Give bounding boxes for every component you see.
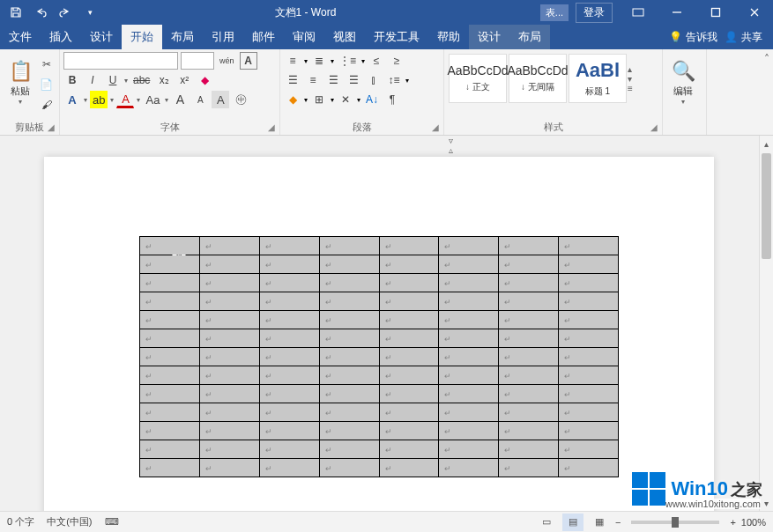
- print-layout-icon[interactable]: ▤: [562, 514, 583, 531]
- table-cell[interactable]: [559, 237, 619, 255]
- borders-icon[interactable]: ⊞: [310, 91, 328, 108]
- table-cell[interactable]: [439, 329, 499, 348]
- page-canvas[interactable]: ✥: [0, 136, 759, 511]
- table-cell[interactable]: [379, 292, 439, 311]
- table-cell[interactable]: [559, 422, 619, 440]
- table-cell[interactable]: [499, 403, 559, 422]
- align-left-icon[interactable]: ☰: [284, 71, 301, 89]
- accessibility-icon[interactable]: ⌨: [105, 516, 119, 528]
- font-size-selector[interactable]: [181, 52, 214, 70]
- table-cell[interactable]: [559, 348, 619, 366]
- table-cell[interactable]: [499, 440, 559, 459]
- tab-file[interactable]: 文件: [0, 25, 41, 49]
- table-cell[interactable]: [199, 403, 259, 422]
- style-tile[interactable]: AaBl标题 1: [569, 54, 627, 103]
- undo-icon[interactable]: [33, 5, 48, 19]
- tab-developer[interactable]: 开发工具: [365, 25, 428, 49]
- table-cell[interactable]: [559, 255, 619, 274]
- table-cell[interactable]: [559, 440, 619, 459]
- table-cell[interactable]: [199, 311, 259, 329]
- table-cell[interactable]: [439, 274, 499, 292]
- table-cell[interactable]: [439, 311, 499, 329]
- table-cell[interactable]: [259, 366, 319, 385]
- table-cell[interactable]: [259, 385, 319, 403]
- tab-insert[interactable]: 插入: [41, 25, 81, 49]
- table-cell[interactable]: [499, 385, 559, 403]
- tell-me-search[interactable]: 💡告诉我: [669, 30, 717, 45]
- save-icon[interactable]: [9, 5, 23, 19]
- table-cell[interactable]: [559, 403, 619, 422]
- table-cell[interactable]: [499, 292, 559, 311]
- clear-formatting-icon[interactable]: ◆: [196, 71, 213, 89]
- vertical-scrollbar[interactable]: ▴ ▾: [759, 136, 773, 511]
- table-cell[interactable]: [199, 385, 259, 403]
- table-cell[interactable]: [199, 440, 259, 459]
- zoom-percent[interactable]: 100%: [741, 517, 766, 528]
- table-cell[interactable]: [319, 459, 379, 477]
- change-case-icon[interactable]: Aa: [143, 91, 162, 108]
- table-cell[interactable]: [439, 403, 499, 422]
- table-cell[interactable]: [379, 403, 439, 422]
- table-cell[interactable]: [439, 385, 499, 403]
- zoom-out-icon[interactable]: −: [615, 517, 621, 528]
- style-tile[interactable]: AaBbCcDd↓ 无间隔: [509, 54, 567, 103]
- find-replace-button[interactable]: 🔍 编辑 ▾: [666, 52, 700, 114]
- zoom-in-icon[interactable]: +: [730, 517, 735, 528]
- table-cell[interactable]: [140, 274, 200, 292]
- table-cell[interactable]: [199, 348, 259, 366]
- table-cell[interactable]: [379, 459, 439, 477]
- maximize-icon[interactable]: [697, 0, 734, 25]
- table-cell[interactable]: [140, 440, 200, 459]
- table-cell[interactable]: [439, 348, 499, 366]
- tab-mailings[interactable]: 邮件: [243, 25, 284, 49]
- table-cell[interactable]: [379, 385, 439, 403]
- table-cell[interactable]: [499, 237, 559, 255]
- table-cell[interactable]: [259, 329, 319, 348]
- table-cell[interactable]: [199, 292, 259, 311]
- table-cell[interactable]: [259, 459, 319, 477]
- table-cell[interactable]: [259, 422, 319, 440]
- char-border-icon[interactable]: A: [240, 52, 257, 70]
- tab-table-design[interactable]: 设计: [469, 25, 509, 49]
- table-cell[interactable]: [140, 255, 200, 274]
- font-launcher-icon[interactable]: ◢: [265, 121, 278, 133]
- table-cell[interactable]: [199, 237, 259, 255]
- table-cell[interactable]: [559, 329, 619, 348]
- table-cell[interactable]: [559, 385, 619, 403]
- asian-layout-icon[interactable]: ✕: [337, 91, 354, 108]
- table-cell[interactable]: [499, 274, 559, 292]
- share-button[interactable]: 👤共享: [725, 30, 762, 45]
- table-cell[interactable]: [140, 403, 200, 422]
- decrease-indent-icon[interactable]: ≤: [368, 52, 385, 70]
- shrink-font-icon[interactable]: A: [191, 91, 209, 108]
- italic-button[interactable]: I: [84, 71, 101, 89]
- table-cell[interactable]: [319, 366, 379, 385]
- table-cell[interactable]: [140, 422, 200, 440]
- text-effects-icon[interactable]: A: [63, 91, 81, 108]
- table-cell[interactable]: [259, 274, 319, 292]
- table-cell[interactable]: [319, 255, 379, 274]
- table-cell[interactable]: [379, 329, 439, 348]
- table-cell[interactable]: [499, 366, 559, 385]
- table-cell[interactable]: [259, 348, 319, 366]
- table-cell[interactable]: [319, 329, 379, 348]
- table-cell[interactable]: [379, 440, 439, 459]
- table-cell[interactable]: [499, 348, 559, 366]
- table-cell[interactable]: [499, 459, 559, 477]
- tab-view[interactable]: 视图: [324, 25, 365, 49]
- strikethrough-button[interactable]: abc: [130, 71, 152, 89]
- language-status[interactable]: 中文(中国): [47, 515, 92, 528]
- highlight-icon[interactable]: ab: [90, 91, 108, 108]
- table-cell[interactable]: [199, 366, 259, 385]
- align-center-icon[interactable]: ≡: [304, 71, 322, 89]
- ribbon-display-icon[interactable]: [620, 0, 657, 25]
- table-cell[interactable]: [259, 292, 319, 311]
- table-cell[interactable]: [319, 274, 379, 292]
- copy-icon[interactable]: 📄: [37, 76, 56, 93]
- phonetic-guide-icon[interactable]: wén: [217, 52, 237, 70]
- table-cell[interactable]: [319, 292, 379, 311]
- table-cell[interactable]: [379, 274, 439, 292]
- table-cell[interactable]: [559, 292, 619, 311]
- style-tile[interactable]: AaBbCcDd↓ 正文: [449, 54, 507, 103]
- bullets-icon[interactable]: ≡: [284, 52, 301, 70]
